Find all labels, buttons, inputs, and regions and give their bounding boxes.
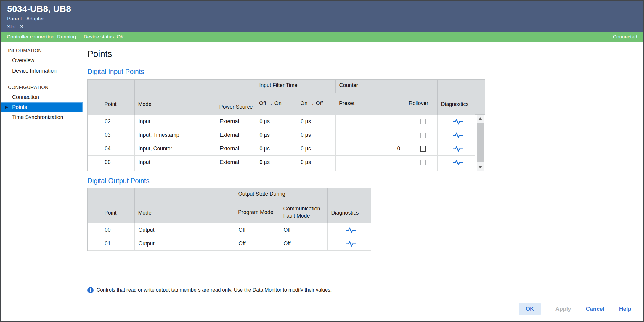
parent-value: Adapter xyxy=(26,16,44,22)
slot-value: 3 xyxy=(20,24,23,30)
digital-input-points-heading[interactable]: Digital Input Points xyxy=(87,67,643,76)
sidebar-item-points-label: Points xyxy=(12,104,27,110)
row-selector[interactable] xyxy=(88,142,101,155)
preset-cell xyxy=(335,169,405,171)
info-message-line: i Controls that read or write output tag… xyxy=(87,287,643,293)
diagnostics-cell[interactable] xyxy=(437,155,475,169)
output-header-program-mode: Program Mode xyxy=(235,201,280,223)
rollover-checkbox-disabled xyxy=(420,119,426,124)
main-panel: Points Digital Input Points Point Mode P… xyxy=(83,42,643,297)
page-title: Points xyxy=(87,48,643,59)
connection-state: Connected xyxy=(613,34,637,40)
diagnostics-cell[interactable] xyxy=(437,128,475,142)
row-selector[interactable] xyxy=(88,237,101,250)
point-cell: 03 xyxy=(101,128,134,142)
sidebar-item-device-information[interactable]: Device Information xyxy=(1,66,83,76)
mode-cell[interactable]: Input xyxy=(134,169,216,171)
input-header-group-input-filter-time: Input Filter Time xyxy=(256,80,335,93)
mode-cell[interactable]: Input, Timestamp xyxy=(134,128,216,142)
input-row-06: 06 Input External 0 µs 0 µs xyxy=(88,155,475,169)
power-source-cell[interactable]: External xyxy=(216,169,256,171)
digital-output-points-heading[interactable]: Digital Output Points xyxy=(87,176,643,185)
digital-input-points-table: Point Mode Power Source Input Filter Tim… xyxy=(87,79,485,171)
point-cell: 01 xyxy=(101,237,134,250)
sidebar-item-time-synchronization[interactable]: Time Synchronization xyxy=(1,112,83,123)
input-header-diagnostics: Diagnostics xyxy=(437,80,475,115)
off-on-cell[interactable]: 0 µs xyxy=(256,142,297,155)
sidebar-spacer xyxy=(1,76,83,83)
sidebar-item-connection[interactable]: Connection xyxy=(1,92,83,102)
mode-cell[interactable]: Input xyxy=(134,115,216,128)
program-mode-cell[interactable]: Off xyxy=(235,223,280,237)
on-off-cell[interactable]: 0 µs xyxy=(297,128,335,142)
parent-line: Parent:Adapter xyxy=(7,16,643,22)
point-cell: 00 xyxy=(101,223,134,237)
input-table: Point Mode Power Source Input Filter Tim… xyxy=(88,80,475,171)
diagnostics-cell[interactable] xyxy=(437,142,475,155)
slot-line: Slot:3 xyxy=(7,24,643,30)
on-off-cell[interactable]: 0 µs xyxy=(297,155,335,169)
info-message-text: Controls that read or write output tag m… xyxy=(97,287,332,293)
power-source-cell[interactable]: External xyxy=(216,128,256,142)
row-selector[interactable] xyxy=(88,169,101,171)
slot-label: Slot: xyxy=(7,24,17,30)
sidebar-item-overview[interactable]: Overview xyxy=(1,55,83,66)
scrollbar-down-arrow-icon[interactable] xyxy=(477,163,484,171)
scrollbar-thumb[interactable] xyxy=(477,123,484,162)
rollover-cell xyxy=(405,115,437,128)
ok-button[interactable]: OK xyxy=(519,303,541,315)
diagnostics-cell[interactable] xyxy=(327,237,371,250)
communication-fault-mode-cell[interactable]: Off xyxy=(280,223,327,237)
mode-cell[interactable]: Output xyxy=(134,237,235,250)
output-header-mode: Mode xyxy=(134,188,235,223)
help-button[interactable]: Help xyxy=(619,306,631,312)
on-off-cell[interactable]: 0 µs xyxy=(297,169,335,171)
off-on-cell[interactable]: 0 µs xyxy=(256,169,297,171)
communication-fault-mode-cell[interactable]: Off xyxy=(280,237,327,250)
row-selector[interactable] xyxy=(88,115,101,128)
mode-cell[interactable]: Input xyxy=(134,155,216,169)
on-off-cell[interactable]: 0 µs xyxy=(297,115,335,128)
off-on-cell[interactable]: 0 µs xyxy=(256,155,297,169)
off-on-cell[interactable]: 0 µs xyxy=(256,115,297,128)
off-on-cell[interactable]: 0 µs xyxy=(256,128,297,142)
diagnostics-pulse-icon xyxy=(452,146,464,152)
row-selector[interactable] xyxy=(88,223,101,237)
vertical-scrollbar[interactable] xyxy=(475,115,485,171)
input-header-group-counter: Counter xyxy=(335,80,437,93)
diagnostics-cell[interactable] xyxy=(437,115,475,128)
apply-button[interactable]: Apply xyxy=(555,306,571,312)
mode-cell[interactable]: Input, Counter xyxy=(134,142,216,155)
point-cell: 06 xyxy=(101,155,134,169)
diagnostics-pulse-icon xyxy=(452,119,464,125)
output-header-group-output-state-during: Output State During xyxy=(235,188,327,201)
power-source-cell[interactable]: External xyxy=(216,115,256,128)
diagnostics-cell[interactable] xyxy=(437,169,475,171)
diagnostics-cell[interactable] xyxy=(327,223,371,237)
output-row-01: 01 Output Off Off xyxy=(88,237,371,250)
input-header-selector xyxy=(88,80,101,115)
sidebar-section-information: INFORMATION xyxy=(1,46,83,55)
mode-cell[interactable]: Output xyxy=(134,223,235,237)
point-cell: 07 xyxy=(101,169,134,171)
input-header-point: Point xyxy=(101,80,134,115)
scrollbar-up-arrow-icon[interactable] xyxy=(477,115,484,123)
power-source-cell[interactable]: External xyxy=(216,142,256,155)
cancel-button[interactable]: Cancel xyxy=(586,306,604,312)
row-selector[interactable] xyxy=(88,128,101,142)
preset-cell[interactable]: 0 xyxy=(335,142,405,155)
sidebar-item-points[interactable]: ▶ Points xyxy=(1,102,83,112)
sidebar-nav: INFORMATION Overview Device Information … xyxy=(1,42,83,297)
input-row-03: 03 Input, Timestamp External 0 µs 0 µs xyxy=(88,128,475,142)
row-selector[interactable] xyxy=(88,155,101,169)
output-row-00: 00 Output Off Off xyxy=(88,223,371,237)
power-source-cell[interactable]: External xyxy=(216,155,256,169)
diagnostics-pulse-icon xyxy=(452,160,464,165)
point-cell: 04 xyxy=(101,142,134,155)
on-off-cell[interactable]: 0 µs xyxy=(297,142,335,155)
rollover-checkbox[interactable] xyxy=(420,146,426,152)
device-profile-window: 5034-UB8, UB8 Parent:Adapter Slot:3 Cont… xyxy=(0,0,644,322)
output-header-diagnostics: Diagnostics xyxy=(327,188,371,223)
input-header-on-off: On → Off xyxy=(297,93,335,115)
program-mode-cell[interactable]: Off xyxy=(235,237,280,250)
